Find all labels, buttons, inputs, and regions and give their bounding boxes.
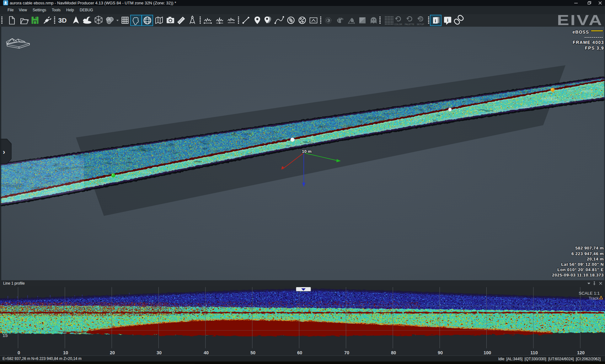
svg-text:20: 20 [110, 350, 115, 355]
svg-text:80: 80 [391, 350, 396, 355]
svg-text:Lat 56° 09' 12.00" N: Lat 56° 09' 12.00" N [561, 262, 604, 267]
svg-text:60: 60 [297, 350, 302, 355]
svg-text:0: 0 [18, 350, 20, 355]
svg-text:SETUP: SETUP [417, 23, 424, 25]
svg-text:90: 90 [438, 350, 443, 355]
svg-text:›: › [3, 148, 5, 156]
svg-text:70: 70 [344, 350, 349, 355]
svg-text:15: 15 [3, 333, 8, 338]
svg-text:110: 110 [530, 350, 538, 355]
svg-text:PALETTE: PALETTE [405, 23, 415, 25]
svg-text:Track: Track [589, 296, 599, 301]
svg-text:Lon 010° 20' 04.81" E: Lon 010° 20' 04.81" E [557, 267, 604, 272]
svg-text:3D: 3D [58, 17, 67, 24]
svg-text:582 907,74 m: 582 907,74 m [575, 246, 604, 250]
svg-text:EIVA: EIVA [557, 14, 603, 27]
svg-text:FRAME 4003: FRAME 4003 [573, 40, 604, 45]
svg-text:10 m: 10 m [302, 149, 312, 154]
svg-text:eBOSS: eBOSS [573, 29, 589, 35]
svg-text:40: 40 [204, 350, 209, 355]
svg-text:10: 10 [63, 350, 68, 355]
svg-text:COLOR: COLOR [394, 23, 402, 25]
svg-text:120: 120 [577, 350, 585, 355]
svg-text:20,14 m: 20,14 m [587, 257, 604, 261]
svg-text:6 223 947,46 m: 6 223 947,46 m [571, 251, 604, 256]
svg-text:FPS 3,9: FPS 3,9 [585, 46, 604, 51]
svg-text:2025-09-03 11.10.18.373: 2025-09-03 11.10.18.373 [552, 273, 604, 277]
svg-text:100: 100 [484, 350, 491, 355]
svg-text:i: i [435, 18, 436, 23]
svg-text:30: 30 [157, 350, 162, 355]
svg-text:i: i [447, 18, 448, 23]
svg-text:50: 50 [250, 350, 255, 355]
svg-text:SCALE 1:1: SCALE 1:1 [579, 291, 600, 296]
